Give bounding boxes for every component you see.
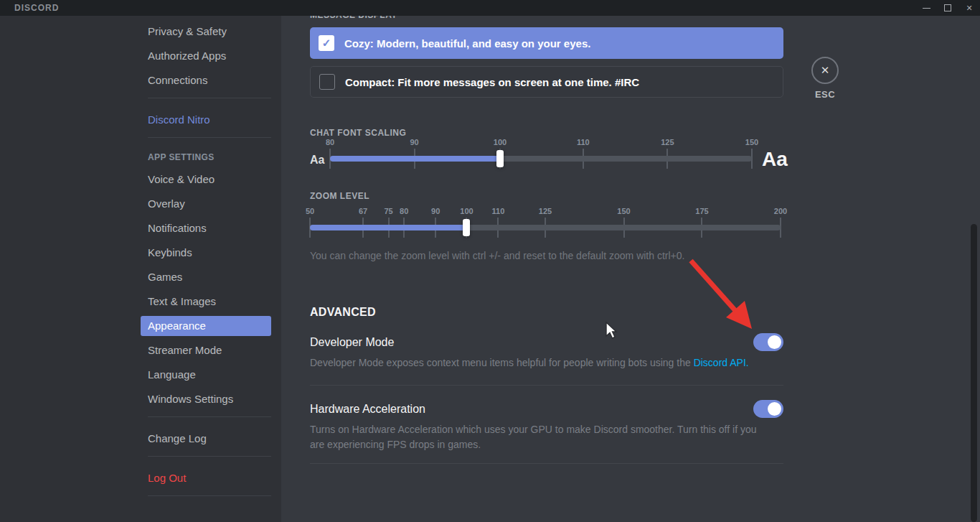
zoom-level-note: You can change the zoom level with ctrl … (310, 250, 684, 261)
titlebar: DISCORD ✕ (0, 0, 980, 16)
hardware-acceleration-title: Hardware Acceleration (310, 403, 425, 416)
app-body: Privacy & SafetyAuthorized AppsConnectio… (0, 16, 980, 522)
slider-handle[interactable] (496, 150, 504, 167)
slider-handle[interactable] (463, 219, 470, 236)
compact-checkbox-unchecked[interactable] (319, 74, 335, 90)
sidebar-item-language[interactable]: Language (141, 365, 271, 385)
developer-mode-toggle[interactable] (753, 333, 783, 351)
compact-option-row[interactable]: Compact: Fit more messages on screen at … (310, 66, 783, 98)
zoom-level-slider: 5067758090100110125150175200 (310, 207, 781, 250)
sidebar-divider (148, 495, 271, 496)
sidebar-item-voice-video[interactable]: Voice & Video (141, 169, 271, 190)
slider-tick-label: 150 (617, 207, 630, 215)
cozy-option-label: Cozy: Modern, beautiful, and easy on you… (344, 37, 590, 50)
chat-font-scaling-slider: 8090100110125150 (330, 138, 752, 181)
minimize-icon[interactable] (915, 0, 937, 16)
scrollbar-thumb[interactable] (971, 224, 977, 522)
developer-mode-title: Developer Mode (310, 336, 394, 349)
sidebar-item-text-images[interactable]: Text & Images (141, 292, 271, 312)
hardware-acceleration-description: Turns on Hardware Acceleration which use… (310, 422, 760, 452)
advanced-header: ADVANCED (310, 306, 376, 319)
sidebar-item-authorized-apps[interactable]: Authorized Apps (141, 46, 271, 66)
message-display-header: MESSAGE DISPLAY (310, 16, 397, 20)
slider-tick-label: 75 (384, 207, 392, 215)
close-settings-button[interactable]: ✕ ESC (810, 57, 840, 100)
chat-font-scaling-header: CHAT FONT SCALING (310, 128, 406, 138)
sidebar-item-keybinds[interactable]: Keybinds (141, 243, 271, 263)
sidebar-item-streamer-mode[interactable]: Streamer Mode (141, 340, 271, 360)
section-divider (310, 385, 783, 386)
sidebar-divider (148, 98, 271, 98)
slider-tick-label: 125 (539, 207, 552, 215)
sidebar-item-change-log[interactable]: Change Log (141, 429, 271, 449)
slider-tick-label: 200 (774, 207, 787, 215)
slider-tick-label: 50 (306, 207, 314, 215)
slider-fill (310, 225, 466, 230)
sidebar-divider (148, 137, 271, 138)
font-preview-small: Aa (310, 154, 324, 167)
developer-mode-description: Developer Mode exposes context menu item… (310, 355, 773, 370)
cozy-checkbox-checked-icon[interactable]: ✓ (319, 35, 334, 51)
toggle-knob (768, 335, 781, 349)
discord-api-link[interactable]: Discord API. (694, 357, 749, 368)
sidebar-item-appearance[interactable]: Appearance (141, 316, 271, 336)
slider-tick-label: 100 (494, 138, 507, 146)
developer-mode-description-text: Developer Mode exposes context menu item… (310, 357, 694, 368)
sidebar-item-log-out[interactable]: Log Out (141, 468, 271, 488)
close-settings-x-icon[interactable]: ✕ (811, 57, 839, 84)
slider-fill (330, 156, 500, 162)
settings-sidebar: Privacy & SafetyAuthorized AppsConnectio… (0, 16, 281, 522)
esc-label: ESC (810, 89, 840, 100)
sidebar-item-overlay[interactable]: Overlay (141, 194, 271, 214)
sidebar-item-games[interactable]: Games (141, 267, 271, 287)
sidebar-item-discord-nitro[interactable]: Discord Nitro (141, 110, 271, 130)
close-icon[interactable]: ✕ (958, 0, 980, 16)
maximize-icon[interactable] (937, 0, 958, 16)
sidebar-divider (148, 416, 271, 417)
compact-option-label: Compact: Fit more messages on screen at … (345, 76, 639, 88)
slider-tick-label: 175 (695, 207, 708, 215)
slider-tick-label: 150 (745, 138, 758, 146)
slider-tick-label: 110 (577, 138, 590, 146)
cozy-option-row[interactable]: ✓ Cozy: Modern, beautiful, and easy on y… (310, 27, 783, 59)
sidebar-item-connections[interactable]: Connections (141, 70, 271, 90)
zoom-level-header: ZOOM LEVEL (310, 191, 369, 201)
slider-tick-label: 80 (400, 207, 408, 215)
sidebar-section-header: APP SETTINGS (141, 149, 273, 165)
sidebar-item-notifications[interactable]: Notifications (141, 218, 271, 238)
section-divider (310, 463, 783, 464)
discord-logo: DISCORD (14, 3, 59, 13)
sidebar-divider (148, 456, 271, 457)
slider-tick-label: 125 (661, 138, 674, 146)
slider-tick-label: 100 (460, 207, 473, 215)
sidebar-nav: Privacy & SafetyAuthorized AppsConnectio… (141, 16, 273, 496)
sidebar-item-windows-settings[interactable]: Windows Settings (141, 389, 271, 409)
sidebar-item-privacy-safety[interactable]: Privacy & Safety (141, 22, 271, 42)
toggle-knob (768, 402, 781, 416)
slider-tick-label: 67 (359, 207, 367, 215)
slider-tick-label: 80 (326, 138, 334, 146)
settings-content: MESSAGE DISPLAY ✓ Cozy: Modern, beautifu… (281, 16, 980, 522)
slider-tick-label: 110 (492, 207, 505, 215)
slider-tick-label: 90 (431, 207, 440, 215)
window-controls: ✕ (915, 0, 980, 16)
hardware-acceleration-toggle[interactable] (753, 400, 783, 418)
slider-tick-label: 90 (410, 138, 418, 146)
font-preview-large: Aa (762, 148, 788, 171)
